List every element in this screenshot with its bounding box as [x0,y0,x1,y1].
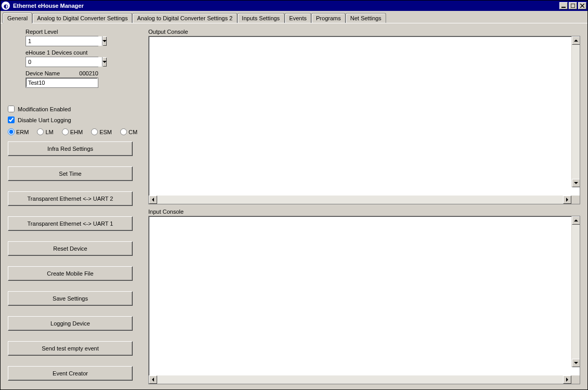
scroll-track[interactable] [572,45,580,179]
titlebar: ◐ Ethernet eHouse Manager [1,1,587,11]
radio-lm[interactable]: LM [37,128,53,135]
send-test-event-button[interactable]: Send test empty event [8,341,133,356]
left-column: Report Level eHouse 1 Devices count Devi… [8,29,138,384]
window-controls [559,2,586,9]
device-type-radio-group: ERM LM EHM ESM CM [8,128,138,135]
output-vscroll[interactable] [571,36,580,187]
device-count-combo[interactable] [25,57,98,67]
modification-enabled-label: Modification Enabled [18,106,71,112]
scroll-track[interactable] [572,225,580,359]
tab-events[interactable]: Events [285,13,312,23]
disable-uart-checkbox[interactable] [8,116,15,123]
client-area: Report Level eHouse 1 Devices count Devi… [1,23,587,389]
app-icon: ◐ [2,2,10,10]
disable-uart-row: Disable Uart Logging [8,116,138,123]
close-button[interactable] [578,2,586,9]
scroll-left-icon[interactable] [149,375,157,384]
radio-ehm[interactable]: EHM [62,128,83,135]
device-name-code: 000210 [79,70,98,76]
tab-net[interactable]: Net Settings [346,13,386,23]
tab-programs[interactable]: Programs [311,13,346,23]
tab-label: Analog to Digital Converter Settings 2 [137,15,232,21]
scroll-track[interactable] [157,375,563,384]
tab-label: Analog to Digital Converter Settings [37,15,127,21]
scroll-track[interactable] [157,196,563,204]
scroll-corner [571,375,580,384]
scroll-right-icon[interactable] [563,375,571,384]
reset-device-button[interactable]: Reset Device [8,241,133,256]
tab-inputs[interactable]: Inputs Settings [237,13,285,23]
tab-label: Programs [316,15,341,21]
app-window: ◐ Ethernet eHouse Manager General Analog… [0,0,588,390]
create-mobile-button[interactable]: Create Mobile File [8,266,133,281]
minimize-button[interactable] [559,2,568,9]
input-console-label: Input Console [148,209,580,215]
radio-esm[interactable]: ESM [91,128,112,135]
tab-strip: General Analog to Digital Converter Sett… [1,11,587,23]
scroll-up-icon[interactable] [572,36,580,45]
device-name-label-row: Device Name 000210 [25,70,98,76]
field-group: Report Level eHouse 1 Devices count Devi… [25,29,138,91]
event-creator-button[interactable]: Event Creator [8,366,133,381]
device-name-label: Device Name [25,70,60,76]
device-count-label: eHouse 1 Devices count [25,49,138,56]
input-console [148,216,580,384]
output-hscroll[interactable] [149,196,580,204]
device-name-input[interactable] [25,77,98,88]
logging-device-button[interactable]: Logging Device [8,316,133,331]
report-level-input[interactable] [26,36,102,46]
tab-label: Events [289,15,307,21]
input-console-body[interactable] [149,216,580,375]
transparent-uart2-button[interactable]: Transparent Ethernet <-> UART 2 [8,191,133,206]
window-title: Ethernet eHouse Manager [12,3,559,9]
output-console [148,36,580,204]
dropdown-icon[interactable] [102,36,107,46]
output-console-label: Output Console [148,29,580,35]
set-time-button[interactable]: Set Time [8,166,133,181]
save-settings-button[interactable]: Save Settings [8,291,133,306]
infra-red-button[interactable]: Infra Red Settings [8,141,133,156]
scroll-down-icon[interactable] [572,179,580,187]
tab-general[interactable]: General [3,12,32,23]
tab-label: Inputs Settings [242,15,280,21]
radio-cm[interactable]: CM [120,128,137,135]
scroll-corner [571,196,580,204]
transparent-uart1-button[interactable]: Transparent Ethernet <-> UART 1 [8,216,133,231]
tab-adc[interactable]: Analog to Digital Converter Settings [32,13,132,23]
tab-label: Net Settings [350,15,381,21]
modification-enabled-checkbox[interactable] [8,106,15,112]
device-count-input[interactable] [26,57,102,67]
svg-rect-1 [571,4,575,8]
scroll-right-icon[interactable] [563,196,571,204]
input-vscroll[interactable] [571,216,580,367]
dropdown-icon[interactable] [102,57,107,67]
maximize-button[interactable] [569,2,577,9]
tab-adc2[interactable]: Analog to Digital Converter Settings 2 [132,13,237,23]
tab-label: General [7,15,28,21]
output-console-body[interactable] [149,36,580,196]
scroll-down-icon[interactable] [572,359,580,367]
radio-erm[interactable]: ERM [8,128,29,135]
report-level-combo[interactable] [25,36,98,46]
input-hscroll[interactable] [149,375,580,384]
report-level-label: Report Level [25,29,138,35]
scroll-up-icon[interactable] [572,216,580,225]
scroll-left-icon[interactable] [149,196,157,204]
disable-uart-label: Disable Uart Logging [18,117,71,123]
modification-enabled-row: Modification Enabled [8,106,138,112]
svg-rect-0 [561,7,566,8]
right-column: Output Console [148,29,580,384]
